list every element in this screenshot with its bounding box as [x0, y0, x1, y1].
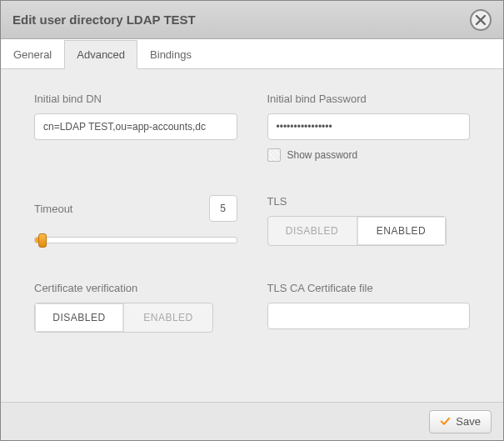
- bind-password-label: Initial bind Password: [267, 93, 471, 105]
- cert-verify-label: Certificate verification: [34, 282, 237, 294]
- close-button[interactable]: [470, 9, 492, 31]
- ca-file-field: TLS CA Certificate file: [267, 282, 471, 333]
- slider-track: [34, 237, 237, 243]
- bind-dn-label: Initial bind DN: [34, 93, 237, 105]
- check-icon: [440, 416, 451, 427]
- cert-verify-toggle: DISABLED ENABLED: [34, 303, 213, 333]
- bind-dn-input[interactable]: [34, 113, 237, 140]
- tab-bindings[interactable]: Bindings: [137, 40, 204, 69]
- tls-enabled-option[interactable]: ENABLED: [357, 217, 446, 245]
- slider-thumb[interactable]: [38, 233, 47, 248]
- close-icon: [476, 15, 486, 25]
- show-password-label: Show password: [287, 149, 358, 161]
- save-button[interactable]: Save: [429, 410, 492, 433]
- edit-directory-dialog: Edit user directory LDAP TEST General Ad…: [0, 0, 504, 441]
- timeout-field: Timeout: [34, 195, 237, 248]
- timeout-slider[interactable]: [34, 232, 237, 248]
- tls-disabled-option[interactable]: DISABLED: [268, 217, 357, 245]
- bind-password-input[interactable]: [267, 113, 471, 140]
- cert-verify-field: Certificate verification DISABLED ENABLE…: [34, 282, 237, 333]
- timeout-label: Timeout: [34, 203, 72, 215]
- show-password-checkbox[interactable]: [267, 148, 281, 162]
- advanced-tab-content: Initial bind DN Initial bind Password Sh…: [1, 69, 503, 402]
- tab-general[interactable]: General: [1, 40, 64, 69]
- dialog-title: Edit user directory LDAP TEST: [12, 13, 196, 27]
- bind-dn-field: Initial bind DN: [34, 93, 237, 162]
- cert-verify-enabled-option[interactable]: ENABLED: [124, 303, 212, 332]
- bind-password-field: Initial bind Password Show password: [267, 93, 471, 162]
- tls-toggle: DISABLED ENABLED: [267, 216, 447, 246]
- tls-label: TLS: [267, 195, 471, 208]
- tls-field: TLS DISABLED ENABLED: [267, 195, 471, 248]
- ca-file-label: TLS CA Certificate file: [267, 282, 471, 294]
- tab-advanced[interactable]: Advanced: [64, 40, 137, 69]
- dialog-titlebar: Edit user directory LDAP TEST: [1, 1, 503, 39]
- dialog-footer: Save: [1, 402, 503, 440]
- ca-file-input[interactable]: [267, 303, 471, 329]
- tab-strip: General Advanced Bindings: [1, 39, 503, 69]
- cert-verify-disabled-option[interactable]: DISABLED: [35, 303, 124, 332]
- timeout-input[interactable]: [209, 195, 237, 222]
- save-button-label: Save: [456, 415, 481, 428]
- show-password-row: Show password: [267, 148, 471, 162]
